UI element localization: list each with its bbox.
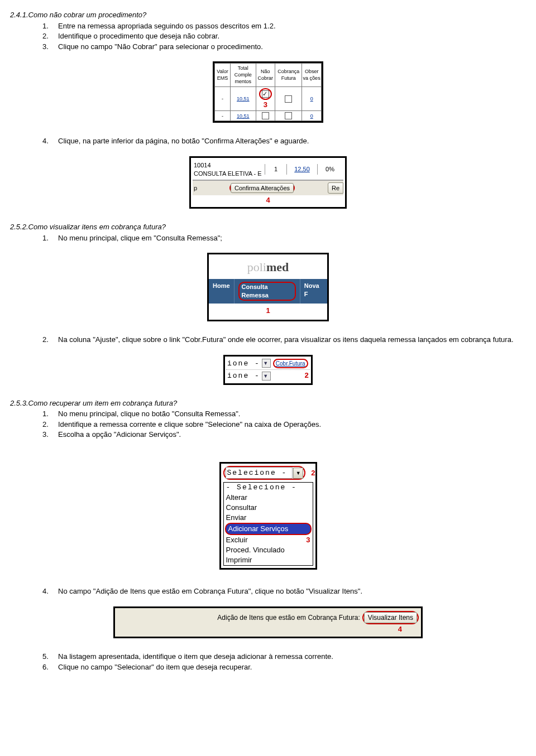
num: 5. <box>42 652 58 662</box>
operacoes-select[interactable]: Selecione - ▼ <box>223 466 306 480</box>
heading-252: 2.5.2.Como visualizar itens em cobrança … <box>10 222 526 232</box>
col-obs: Obser va ções <box>302 64 322 86</box>
checkbox-nao-cobrar[interactable] <box>262 90 269 98</box>
stub-left: p <box>193 182 198 194</box>
figure-confirma-alteracoes: 10014 CONSULTA ELETIVA - E 1 12,50 0% p … <box>189 156 347 209</box>
option-enviar[interactable]: Enviar <box>224 513 313 523</box>
callout-4: 4 <box>193 195 343 205</box>
step: No menu principal, clique no botão "Cons… <box>58 409 526 419</box>
circle-marker: Confirma Alterações <box>229 183 295 194</box>
list-253b: 4.No campo "Adição de Itens que estão em… <box>10 586 526 596</box>
num: 4. <box>42 136 58 146</box>
table-row: - 10,51 3 0 <box>215 86 322 111</box>
obs-link[interactable]: 0 <box>302 86 322 111</box>
list-241b: 4.Clique, na parte inferior da página, n… <box>10 136 526 146</box>
circle-marker: Consulta Remessa <box>238 282 296 301</box>
value-link[interactable]: 10,51 <box>231 111 256 121</box>
list-253c: 5.Na listagem apresentada, identifique o… <box>10 652 526 672</box>
step: Identifique o procedimento que deseja nã… <box>58 31 526 41</box>
confirma-alteracoes-button[interactable]: Confirma Alterações <box>231 183 294 193</box>
list-253a: 1.No menu principal, clique no botão "Co… <box>10 409 526 440</box>
option-adicionar-servicos[interactable]: Adicionar Serviços <box>225 523 312 535</box>
tab-home[interactable]: Home <box>209 279 234 304</box>
cobr-futura-link[interactable]: Cobr.Futura <box>273 359 308 369</box>
option-imprimir[interactable]: Imprimir <box>224 555 313 565</box>
adicao-itens-label: Adição de Itens que estão em Cobrança Fu… <box>217 613 360 622</box>
tab-nova[interactable]: Nova F <box>300 279 327 304</box>
tab-consulta-remessa[interactable]: Consulta Remessa <box>234 279 300 304</box>
step: Clique no campo "Selecionar" do item que… <box>58 662 526 672</box>
col-nao-cobrar: Não Cobrar <box>256 64 275 86</box>
callout-4: 4 <box>117 624 419 634</box>
checkbox-cobranca-futura[interactable] <box>285 95 292 103</box>
num: 3. <box>42 42 58 52</box>
stub-right-button[interactable]: Re <box>328 182 343 194</box>
chevron-down-icon[interactable]: ▼ <box>262 359 271 368</box>
circle-marker: Visualizar Itens <box>362 611 419 624</box>
option[interactable]: - Selecione - <box>224 483 313 493</box>
combo-text: ione - <box>226 359 260 369</box>
callout-2: 2 <box>311 468 315 478</box>
combo-text: ione - <box>226 371 260 381</box>
num: 6. <box>42 662 58 672</box>
value-link[interactable]: 10,51 <box>231 86 256 111</box>
checkbox-cobranca-futura[interactable] <box>285 112 292 119</box>
step: Identifique a remessa corrente e clique … <box>58 420 526 430</box>
list-241: 1.Entre na remessa apropriada seguindo o… <box>10 21 526 52</box>
num: 1. <box>42 233 58 243</box>
callout-3: 3 <box>257 100 275 110</box>
figure-table-nao-cobrar: Valor EMS Total Comple mentos Não Cobrar… <box>213 61 323 123</box>
options-listbox: - Selecione - Alterar Consultar Enviar A… <box>223 482 313 566</box>
step: Clique no campo "Não Cobrar" para seleci… <box>58 42 526 52</box>
callout-1: 1 <box>209 304 327 320</box>
num: 4. <box>42 586 58 596</box>
visualizar-itens-button[interactable]: Visualizar Itens <box>364 612 417 623</box>
num: 2. <box>42 335 58 345</box>
step: No campo "Adição de Itens que estão em C… <box>58 586 526 596</box>
figure-cobr-futura-link: ione - ▼ Cobr.Futura ione - ▼ 2 <box>223 355 313 385</box>
list-252b: 2.Na coluna "Ajuste", clique sobre o lin… <box>10 335 526 345</box>
cell-value[interactable]: 12,50 <box>286 164 317 175</box>
option-consultar[interactable]: Consultar <box>224 503 313 513</box>
checkbox-nao-cobrar[interactable] <box>262 112 269 119</box>
step: Entre na remessa apropriada seguindo os … <box>58 21 526 31</box>
table-row: - 10,51 0 <box>215 111 322 121</box>
circle-marker <box>259 88 272 100</box>
chevron-down-icon[interactable]: ▼ <box>262 372 271 381</box>
logo-polimed: polimed <box>209 254 327 279</box>
heading-253: 2.5.3.Como recuperar um item em cobrança… <box>10 398 526 408</box>
list-252a: 1.No menu principal, clique em "Consulta… <box>10 233 526 243</box>
option-excluir[interactable]: Excluir <box>224 535 303 545</box>
figure-menu-consulta-remessa: polimed Home Consulta Remessa Nova F 1 <box>207 253 329 321</box>
num: 2. <box>42 420 58 430</box>
cell-pct: 0% <box>317 164 342 175</box>
num: 2. <box>42 31 58 41</box>
callout-3: 3 <box>306 535 310 545</box>
option-proced-vinculado[interactable]: Proced. Vinculado <box>224 545 313 555</box>
figure-visualizar-itens: Adição de Itens que estão em Cobrança Fu… <box>113 606 423 638</box>
cell-desc: 10014 CONSULTA ELETIVA - E <box>194 161 265 178</box>
cell-qty: 1 <box>265 164 286 175</box>
chevron-down-icon[interactable]: ▼ <box>293 468 303 479</box>
num: 1. <box>42 21 58 31</box>
step: Clique, na parte inferior da página, no … <box>58 136 526 146</box>
step: Na listagem apresentada, identifique o i… <box>58 652 526 662</box>
option-alterar[interactable]: Alterar <box>224 493 313 503</box>
step: Na coluna "Ajuste", clique sobre o link … <box>58 335 526 345</box>
num: 3. <box>42 430 58 440</box>
num: 1. <box>42 409 58 419</box>
col-total-comple: Total Comple mentos <box>231 64 256 86</box>
col-valor-ems: Valor EMS <box>215 64 231 86</box>
step: No menu principal, clique em "Consulta R… <box>58 233 526 243</box>
selected-value: Selecione - <box>226 467 293 479</box>
step: Escolha a opção "Adicionar Serviços". <box>58 430 526 440</box>
obs-link[interactable]: 0 <box>302 111 322 121</box>
col-cobranca-futura: Cobrança Futura <box>275 64 302 86</box>
figure-adicionar-servicos: Selecione - ▼ 2 - Selecione - Alterar Co… <box>219 462 317 570</box>
heading-241: 2.4.1.Como não cobrar um procedimento? <box>10 10 526 20</box>
callout-2: 2 <box>271 371 310 381</box>
